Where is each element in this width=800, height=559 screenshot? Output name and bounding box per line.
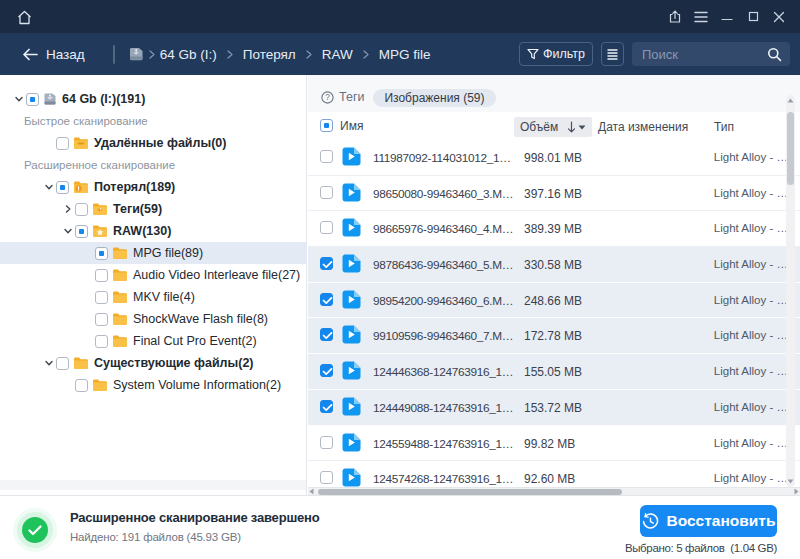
breadcrumb-separator-icon: [306, 50, 312, 59]
file-row[interactable]: 98954200-99463460_6.M…248.66 MBLight All…: [308, 283, 800, 319]
row-checkbox[interactable]: [320, 257, 333, 270]
close-button[interactable]: [766, 0, 792, 33]
tree-item[interactable]: Final Cut Pro Event(2): [0, 330, 307, 352]
tree-checkbox[interactable]: [75, 203, 88, 216]
tree-checkbox[interactable]: [95, 291, 108, 304]
checkmark-icon: [322, 296, 333, 305]
tree-item[interactable]: Существующие файлы(2): [0, 352, 307, 374]
folder-icon: [92, 224, 108, 238]
tab-tags[interactable]: ? Теги: [321, 90, 364, 104]
tree-checkbox[interactable]: [95, 313, 108, 326]
row-checkbox[interactable]: [320, 293, 333, 306]
back-button[interactable]: Назад: [22, 47, 85, 62]
file-row[interactable]: 124449088-124763916_1…153.72 MBLight All…: [308, 390, 800, 426]
tree-expand-arrow[interactable]: [60, 202, 75, 217]
tree-item[interactable]: System Volume Information(2): [0, 374, 307, 396]
file-size: 330.58 MB: [524, 258, 582, 272]
tree-expand-arrow[interactable]: [11, 92, 26, 107]
file-row[interactable]: 98665976-99463460_4.M…389.39 MBLight All…: [308, 211, 800, 247]
tree-item-label: Существующие файлы(2): [94, 356, 254, 370]
file-size: 389.39 MB: [524, 222, 582, 236]
row-checkbox[interactable]: [320, 328, 333, 341]
file-type: Light Alloy - …: [714, 294, 788, 306]
folder-icon: [92, 202, 108, 216]
tree-expand-arrow[interactable]: [41, 356, 56, 371]
content-area: 64 Gb (I:)(191)Быстрое сканированиеУдалё…: [0, 75, 800, 495]
video-file-icon: [342, 183, 361, 202]
tree-item[interactable]: MPG file(89): [0, 242, 307, 264]
breadcrumb-item[interactable]: 64 Gb (I:): [160, 47, 217, 62]
tree-item[interactable]: MKV file(4): [0, 286, 307, 308]
row-checkbox[interactable]: [320, 436, 333, 449]
row-checkbox[interactable]: [320, 364, 333, 377]
file-type: Light Alloy - …: [714, 187, 788, 199]
tree-item-label: Теги(59): [113, 202, 162, 216]
row-checkbox[interactable]: [320, 221, 333, 234]
file-row[interactable]: 98650080-99463460_3.M…397.16 MBLight All…: [308, 176, 800, 212]
row-checkbox[interactable]: [320, 150, 333, 163]
view-options-button[interactable]: [601, 42, 624, 66]
tree-checkbox[interactable]: [75, 379, 88, 392]
sort-control[interactable]: Объём: [514, 117, 592, 137]
column-header-size: Объём: [520, 120, 558, 134]
tree-item[interactable]: Audio Video Interleave file(27): [0, 264, 307, 286]
file-row[interactable]: 124559488-124763916_1…99.82 MBLight Allo…: [308, 426, 800, 462]
tree-item[interactable]: Теги(59): [0, 198, 307, 220]
file-row[interactable]: 124446368-124763916_1…155.05 MBLight All…: [308, 354, 800, 390]
horizontal-scrollbar[interactable]: [308, 487, 800, 495]
home-icon: [16, 9, 33, 26]
tree-checkbox[interactable]: [26, 93, 39, 106]
vertical-scroll-thumb[interactable]: [787, 112, 794, 185]
breadcrumb-item[interactable]: RAW: [322, 47, 353, 62]
row-checkbox[interactable]: [320, 400, 333, 413]
tree-section-label: Быстрое сканирование: [0, 110, 307, 132]
file-row[interactable]: 111987092-114031012_1…998.01 MBLight All…: [308, 140, 800, 176]
select-all-checkbox[interactable]: [320, 119, 333, 132]
tree-item[interactable]: ShockWave Flash file(8): [0, 308, 307, 330]
file-rows: 111987092-114031012_1…998.01 MBLight All…: [308, 140, 800, 487]
tree-section-label: Расширенное сканирование: [0, 154, 307, 176]
tree-item[interactable]: Потерял(189): [0, 176, 307, 198]
tab-images[interactable]: Изображения (59): [373, 89, 495, 107]
tree-checkbox[interactable]: [56, 181, 69, 194]
tree-checkbox[interactable]: [95, 269, 108, 282]
file-row[interactable]: 124574268-124763916_1…92.60 MBLight Allo…: [308, 461, 800, 487]
tree-item[interactable]: RAW(130): [0, 220, 307, 242]
column-header-date[interactable]: Дата изменения: [598, 120, 688, 134]
sidebar-horizontal-scrollbar[interactable]: [0, 480, 306, 490]
tree-item[interactable]: Удалённые файлы(0): [0, 132, 307, 154]
file-row[interactable]: 98786436-99463460_5.M…330.58 MBLight All…: [308, 247, 800, 283]
tree-checkbox[interactable]: [56, 357, 69, 370]
row-checkbox[interactable]: [320, 186, 333, 199]
tree-checkbox[interactable]: [95, 247, 108, 260]
tree-checkbox[interactable]: [75, 225, 88, 238]
tree-expand-arrow[interactable]: [60, 224, 75, 239]
video-file-icon: [342, 290, 361, 309]
tree-expand-arrow[interactable]: [41, 180, 56, 195]
folder-icon: [112, 312, 128, 326]
recover-button[interactable]: Восстановить: [640, 505, 777, 537]
tree-checkbox[interactable]: [56, 137, 69, 150]
tree-checkbox[interactable]: [95, 335, 108, 348]
video-file-icon: [342, 397, 361, 420]
tree-item[interactable]: 64 Gb (I:)(191): [0, 88, 307, 110]
row-checkbox[interactable]: [320, 471, 333, 484]
tree-item-label: MKV file(4): [133, 290, 195, 304]
share-button[interactable]: [662, 0, 688, 33]
file-row[interactable]: 99109596-99463460_7.M…172.78 MBLight All…: [308, 318, 800, 354]
filter-button[interactable]: Фильтр: [519, 42, 593, 66]
minimize-button[interactable]: [714, 0, 740, 33]
tree-arrow-spacer: [80, 290, 95, 305]
column-header-type[interactable]: Тип: [714, 120, 734, 134]
vertical-scrollbar[interactable]: [786, 95, 795, 487]
menu-button[interactable]: [688, 0, 714, 33]
maximize-button[interactable]: [740, 0, 766, 33]
breadcrumb-item[interactable]: MPG file: [379, 47, 431, 62]
filter-label: Фильтр: [543, 47, 585, 61]
breadcrumb-item[interactable]: Потерял: [243, 47, 296, 62]
search-box[interactable]: [632, 42, 790, 66]
video-file-icon: [342, 183, 361, 206]
home-button[interactable]: [14, 7, 34, 27]
column-header-name[interactable]: Имя: [340, 119, 363, 133]
search-input[interactable]: [642, 47, 767, 62]
